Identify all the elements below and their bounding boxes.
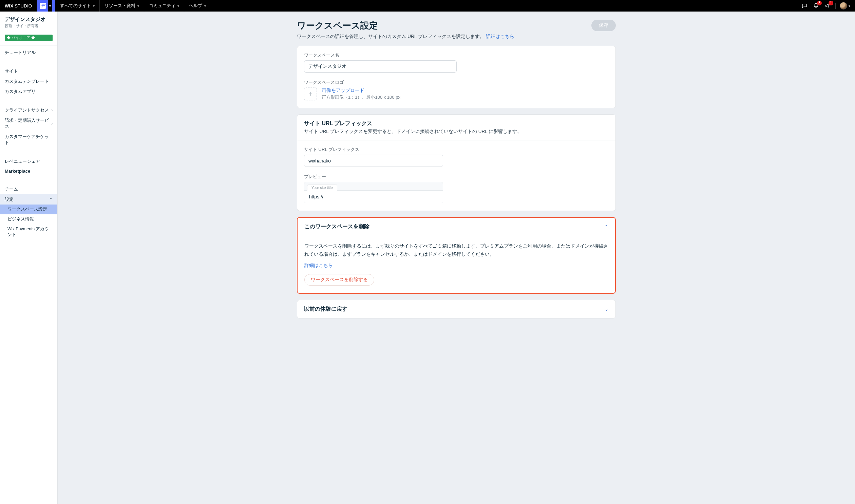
- bell-icon[interactable]: 3: [812, 2, 820, 10]
- sidebar-role-label: 役割：サイト所有者: [5, 23, 53, 29]
- card-workspace-details: ワークスペース名 ワークスペースロゴ + 画像をアップロード 正方形画像（1：1…: [297, 46, 616, 108]
- avatar: [840, 2, 847, 10]
- sidebar-item-tickets[interactable]: カスタマーケアチケット: [0, 131, 57, 148]
- sidebar-settings-sublist: ワークスペース設定 ビジネス情報 Wix Payments アカウント: [0, 204, 57, 240]
- brand-wix: WIX: [5, 3, 13, 8]
- chevron-down-icon: ▾: [48, 0, 52, 12]
- top-menu-community[interactable]: コミュニティ ▾: [144, 0, 184, 12]
- sidebar-item-label: Marketplace: [5, 168, 30, 174]
- sidebar-item-label: レベニューシェア: [5, 158, 40, 164]
- sidebar-item-label: チュートリアル: [5, 50, 36, 56]
- card-delete-learn-more-link[interactable]: 詳細はこちら: [304, 263, 333, 269]
- top-menu-label: コミュニティ: [149, 3, 175, 9]
- page-subtitle-wrap: ワークスペースの詳細を管理し、サイトのカスタム URL プレフィックスを設定しま…: [297, 34, 514, 40]
- card-url-prefix-head: サイト URL プレフィックス サイト URL プレフィックスを変更すると、ドメ…: [297, 115, 616, 140]
- card-delete-head: このワークスペースを削除 ⌃: [298, 218, 615, 236]
- sidebar-item-label: カスタムアプリ: [5, 89, 36, 95]
- top-menu-label: ヘルプ: [189, 3, 202, 9]
- top-menu-all-sites[interactable]: すべてのサイト ▾: [55, 0, 100, 12]
- chevron-right-icon: ›: [51, 121, 53, 126]
- pioneer-badge: ◆ パイオニア ◆: [5, 35, 53, 41]
- sidebar-item-label: カスタムテンプレート: [5, 78, 49, 85]
- topbar-left: WIX STUDIO デ ▾ すべてのサイト ▾ リソース・資料 ▾ コミュニテ…: [0, 0, 211, 12]
- page-subtitle: ワークスペースの詳細を管理し、サイトのカスタム URL プレフィックスを設定しま…: [297, 34, 484, 39]
- topbar-right: 3 1 ▾: [796, 2, 855, 10]
- sidebar-item-sites[interactable]: サイト: [0, 66, 57, 76]
- sidebar-item-billing[interactable]: 請求・定期購入サービス ›: [0, 115, 57, 131]
- card-delete-workspace: このワークスペースを削除 ⌃ ワークスペースを削除するには、まず残りのサイトをす…: [297, 217, 616, 294]
- chevron-down-icon: ▾: [204, 4, 206, 8]
- sidebar-subitem-label: ビジネス情報: [7, 216, 34, 222]
- workspace-switcher[interactable]: デ ▾: [37, 0, 55, 12]
- workspace-name-label: ワークスペース名: [304, 52, 609, 58]
- sidebar-item-client-success[interactable]: クライアントサクセス ›: [0, 105, 57, 115]
- top-menu-label: リソース・資料: [105, 3, 136, 9]
- sidebar-subitem-label: ワークスペース設定: [7, 206, 47, 212]
- delete-workspace-button[interactable]: ワークスペースを削除する: [304, 274, 374, 286]
- sidebar-item-settings[interactable]: 設定 ⌃: [0, 194, 57, 204]
- brand-logo[interactable]: WIX STUDIO: [0, 0, 37, 12]
- url-prefix-input[interactable]: [304, 155, 443, 167]
- plus-icon: +: [308, 90, 313, 98]
- card-url-prefix-subtitle: サイト URL プレフィックスを変更すると、ドメインに接続されていないサイトの …: [304, 128, 609, 134]
- save-button[interactable]: 保存: [591, 20, 616, 31]
- topbar: WIX STUDIO デ ▾ すべてのサイト ▾ リソース・資料 ▾ コミュニテ…: [0, 0, 855, 12]
- upload-logo-button[interactable]: +: [304, 88, 317, 101]
- upload-hint: 正方形画像（1：1）、最小100 x 100 px: [322, 94, 400, 101]
- chevron-down-icon: ▾: [138, 4, 139, 8]
- top-menu-label: すべてのサイト: [60, 3, 91, 9]
- logo-upload-row: + 画像をアップロード 正方形画像（1：1）、最小100 x 100 px: [304, 88, 609, 101]
- sidebar-item-label: 請求・定期購入サービス: [5, 118, 51, 129]
- layout: デザインスタジオ 役割：サイト所有者 ◆ パイオニア ◆ チュートリアル サイト…: [0, 12, 855, 504]
- upload-image-link[interactable]: 画像をアップロード: [322, 88, 364, 93]
- chevron-right-icon: ›: [51, 108, 53, 113]
- collapse-toggle[interactable]: ⌃: [604, 224, 608, 230]
- sidebar-item-custom-templates[interactable]: カスタムテンプレート: [0, 76, 57, 87]
- sidebar-subitem-label: Wix Payments アカウント: [7, 226, 53, 238]
- sidebar-item-label: サイト: [5, 68, 18, 74]
- workspace-initial: デ: [40, 3, 46, 9]
- preview-url-bar: https://: [304, 190, 443, 203]
- top-menu-resources[interactable]: リソース・資料 ▾: [100, 0, 144, 12]
- workspace-logo-label: ワークスペースロゴ: [304, 79, 609, 86]
- sidebar-item-custom-apps[interactable]: カスタムアプリ: [0, 87, 57, 97]
- chat-icon[interactable]: [801, 2, 808, 10]
- chevron-down-icon: ▾: [177, 4, 179, 8]
- sidebar-sub-wix-payments[interactable]: Wix Payments アカウント: [0, 224, 57, 240]
- card-revert-head: 以前の体験に戻す ⌃: [297, 300, 616, 318]
- sidebar-item-revenue-share[interactable]: レベニューシェア: [0, 156, 57, 166]
- chevron-down-icon: ▾: [93, 4, 95, 8]
- expand-toggle[interactable]: ⌃: [605, 306, 609, 312]
- page-learn-more-link[interactable]: 詳細はこちら: [486, 34, 514, 39]
- brand-studio: STUDIO: [13, 3, 32, 8]
- sidebar-workspace-name: デザインスタジオ: [5, 16, 53, 23]
- bell-badge: 3: [817, 1, 822, 5]
- page-title: ワークスペース設定: [297, 20, 514, 32]
- page-header: ワークスペース設定 ワークスペースの詳細を管理し、サイトのカスタム URL プレ…: [297, 20, 616, 40]
- sidebar-item-label: カスタマーケアチケット: [5, 133, 53, 146]
- card-delete-title: このワークスペースを削除: [304, 223, 370, 230]
- card-url-prefix: サイト URL プレフィックス サイト URL プレフィックスを変更すると、ドメ…: [297, 114, 616, 211]
- preview-url-protocol: https://: [309, 194, 323, 199]
- card-revert-experience[interactable]: 以前の体験に戻す ⌃: [297, 300, 616, 319]
- preview-tab-title: Your site title: [307, 184, 337, 191]
- preview-label: プレビュー: [304, 174, 609, 180]
- sidebar-item-team[interactable]: チーム: [0, 184, 57, 194]
- card-url-prefix-title: サイト URL プレフィックス: [304, 120, 609, 127]
- sidebar-item-marketplace[interactable]: Marketplace: [0, 166, 57, 176]
- url-prefix-field-label: サイト URL プレフィックス: [304, 146, 609, 152]
- sidebar: デザインスタジオ 役割：サイト所有者 ◆ パイオニア ◆ チュートリアル サイト…: [0, 12, 58, 504]
- announcement-icon[interactable]: 1: [824, 2, 831, 10]
- sidebar-sub-business-info[interactable]: ビジネス情報: [0, 214, 57, 224]
- sidebar-item-label: チーム: [5, 186, 18, 192]
- sidebar-item-label: 設定: [5, 196, 14, 202]
- card-revert-title: 以前の体験に戻す: [304, 306, 348, 313]
- top-menu-help[interactable]: ヘルプ ▾: [184, 0, 211, 12]
- chevron-up-icon: ⌃: [49, 197, 53, 202]
- main-content: ワークスペース設定 ワークスペースの詳細を管理し、サイトのカスタム URL プレ…: [58, 12, 855, 504]
- sidebar-sub-workspace-settings[interactable]: ワークスペース設定: [0, 204, 57, 214]
- workspace-name-input[interactable]: [304, 60, 457, 73]
- sidebar-item-tutorial[interactable]: チュートリアル: [0, 48, 57, 58]
- chevron-down-icon: ▾: [849, 4, 850, 8]
- user-menu[interactable]: ▾: [840, 2, 850, 10]
